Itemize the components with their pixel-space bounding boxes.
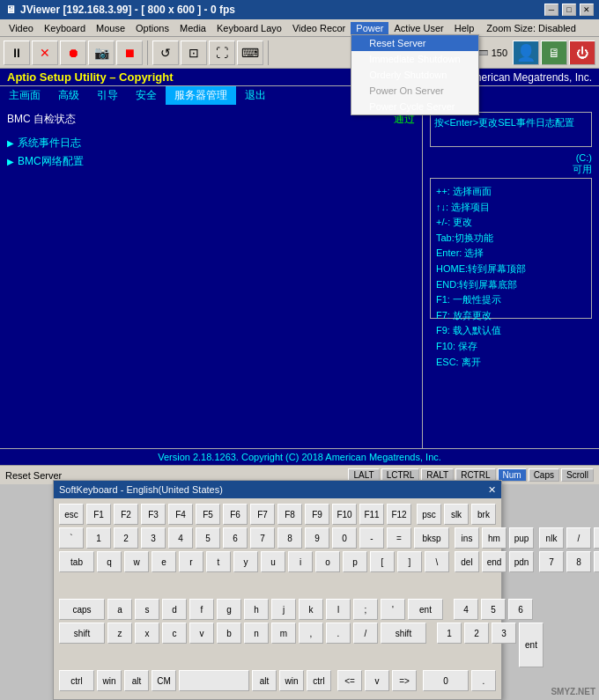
sk-key-9[interactable]: 9 xyxy=(305,527,329,549)
sk-key-rwin[interactable]: win xyxy=(279,670,304,691)
sk-key-f5[interactable]: F5 xyxy=(196,504,220,525)
sk-key-g[interactable]: g xyxy=(217,599,241,620)
sk-key-e[interactable]: e xyxy=(152,551,176,572)
menu-media[interactable]: Media xyxy=(174,22,211,34)
nav-security[interactable]: 安全 xyxy=(127,86,166,105)
sk-key-c[interactable]: c xyxy=(162,623,187,644)
fit-button[interactable]: ⊡ xyxy=(181,41,207,65)
sk-key-num4[interactable]: 4 xyxy=(454,599,478,620)
sk-key-right[interactable]: => xyxy=(392,670,417,691)
sk-key-num0[interactable]: 0 xyxy=(423,670,469,691)
sk-key-p[interactable]: p xyxy=(343,551,367,572)
menu-video[interactable]: Video xyxy=(4,22,39,34)
menu-immediate-shutdown[interactable]: Immediate Shutdown xyxy=(351,51,477,67)
sk-key-t[interactable]: t xyxy=(206,551,231,572)
sk-key-lbracket[interactable]: [ xyxy=(370,551,395,572)
sk-key-d[interactable]: d xyxy=(162,599,187,620)
sk-key-f8[interactable]: F8 xyxy=(277,504,302,525)
sk-key-slk[interactable]: slk xyxy=(444,504,469,525)
sk-key-3[interactable]: 3 xyxy=(141,527,166,549)
sk-key-v[interactable]: v xyxy=(189,623,214,644)
record-start-button[interactable]: ⏺ xyxy=(60,41,86,65)
sk-key-f10[interactable]: F10 xyxy=(332,504,357,525)
sk-key-ent[interactable]: ent xyxy=(408,599,443,620)
sk-key-num7[interactable]: 7 xyxy=(539,551,564,572)
nav-boot[interactable]: 引导 xyxy=(88,86,127,105)
menu-mouse[interactable]: Mouse xyxy=(91,22,130,34)
sk-key-a[interactable]: a xyxy=(107,599,132,620)
menu-power[interactable]: Power Reset Server Immediate Shutdown Or… xyxy=(351,22,388,34)
sk-key-f[interactable]: f xyxy=(189,599,214,620)
sk-key-num3[interactable]: 3 xyxy=(492,623,516,644)
sk-key-f9[interactable]: F9 xyxy=(305,504,329,525)
sk-key-2[interactable]: 2 xyxy=(114,527,138,549)
sk-key-f12[interactable]: F12 xyxy=(387,504,411,525)
sk-key-0[interactable]: 0 xyxy=(332,527,357,549)
key-scroll[interactable]: Scroll xyxy=(561,468,594,482)
sk-key-k[interactable]: k xyxy=(299,599,323,620)
sk-key-z[interactable]: z xyxy=(107,623,132,644)
keyboard-button[interactable]: ⌨ xyxy=(237,41,263,65)
sk-key-fwdslash[interactable]: / xyxy=(353,623,378,644)
sk-key-7[interactable]: 7 xyxy=(250,527,275,549)
sk-key-backtick[interactable]: ` xyxy=(59,527,84,549)
sk-key-down[interactable]: v xyxy=(365,670,389,691)
menu-power-cycle-server[interactable]: Power Cycle Server xyxy=(351,99,477,114)
sk-key-equals[interactable]: = xyxy=(387,527,411,549)
sk-key-minus[interactable]: - xyxy=(359,527,384,549)
sk-key-ins[interactable]: ins xyxy=(455,527,479,549)
stop-button[interactable]: ✕ xyxy=(32,41,58,65)
sk-key-num-star[interactable]: * xyxy=(594,527,599,549)
sk-key-x[interactable]: x xyxy=(135,623,159,644)
sk-key-rctrl[interactable]: ctrl xyxy=(307,670,331,691)
sk-key-f3[interactable]: F3 xyxy=(141,504,166,525)
snapshot-button[interactable]: 📷 xyxy=(88,41,115,65)
sk-key-quote[interactable]: ' xyxy=(381,599,405,620)
sk-key-s[interactable]: s xyxy=(135,599,159,620)
sk-key-esc[interactable]: esc xyxy=(59,504,84,525)
sk-key-nlk[interactable]: nlk xyxy=(539,527,564,549)
nav-main[interactable]: 主画面 xyxy=(0,86,49,105)
sk-key-n[interactable]: n xyxy=(244,623,269,644)
sk-key-lalt[interactable]: alt xyxy=(124,670,149,691)
record-stop-button[interactable]: ⏹ xyxy=(116,41,143,65)
sk-key-num9[interactable]: 9 xyxy=(594,551,599,572)
sk-key-num2[interactable]: 2 xyxy=(464,623,489,644)
close-button[interactable]: ✕ xyxy=(580,4,594,16)
sk-key-left[interactable]: <= xyxy=(337,670,362,691)
sk-key-f4[interactable]: F4 xyxy=(168,504,193,525)
sk-key-i[interactable]: i xyxy=(288,551,313,572)
sk-key-f6[interactable]: F6 xyxy=(223,504,248,525)
sk-key-num-dot[interactable]: . xyxy=(471,670,496,691)
sk-key-r[interactable]: r xyxy=(179,551,203,572)
sk-key-rbracket[interactable]: ] xyxy=(397,551,422,572)
user-profile-button[interactable]: 👤 xyxy=(513,41,539,65)
sk-key-6[interactable]: 6 xyxy=(223,527,248,549)
sk-key-q[interactable]: q xyxy=(97,551,122,572)
sk-key-num5[interactable]: 5 xyxy=(481,599,506,620)
sk-key-space[interactable] xyxy=(179,670,249,691)
sk-key-8[interactable]: 8 xyxy=(277,527,302,549)
sk-key-cm[interactable]: CM xyxy=(152,670,176,691)
sk-key-num-slash[interactable]: / xyxy=(566,527,591,549)
sk-key-num6[interactable]: 6 xyxy=(508,599,533,620)
nav-exit[interactable]: 退出 xyxy=(236,86,275,105)
sk-key-o[interactable]: o xyxy=(315,551,340,572)
key-caps[interactable]: Caps xyxy=(529,468,559,482)
sk-key-m[interactable]: m xyxy=(271,623,296,644)
sk-key-comma[interactable]: , xyxy=(299,623,323,644)
sk-key-lwin[interactable]: win xyxy=(97,670,122,691)
sk-key-num8[interactable]: 8 xyxy=(566,551,591,572)
sk-key-num-ent[interactable]: ent xyxy=(519,623,544,667)
sk-key-f7[interactable]: F7 xyxy=(250,504,275,525)
sk-key-pdn[interactable]: pdn xyxy=(509,551,534,572)
sk-key-u[interactable]: u xyxy=(261,551,285,572)
refresh-button[interactable]: ↺ xyxy=(152,41,179,65)
sk-key-5[interactable]: 5 xyxy=(196,527,220,549)
sk-key-j[interactable]: j xyxy=(271,599,296,620)
sk-key-f1[interactable]: F1 xyxy=(86,504,111,525)
menu-video-record[interactable]: Video Recor xyxy=(287,22,351,34)
sk-key-backslash[interactable]: \ xyxy=(425,551,449,572)
nav-advanced[interactable]: 高级 xyxy=(49,86,88,105)
sk-key-f11[interactable]: F11 xyxy=(359,504,384,525)
